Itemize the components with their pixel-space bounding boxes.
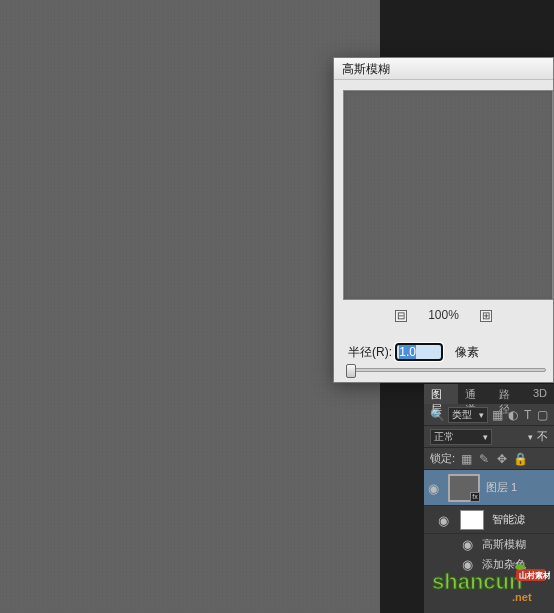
canvas-workspace[interactable] — [0, 0, 380, 613]
layer-name[interactable]: 图层 1 — [486, 480, 517, 495]
lock-transparent-icon[interactable]: ▦ — [459, 452, 473, 466]
filter-text-icon[interactable]: T — [522, 408, 533, 422]
visibility-toggle-icon[interactable]: ◉ — [438, 513, 452, 527]
chevron-down-icon: ▾ — [479, 410, 484, 420]
zoom-controls: ⊟ 100% ⊞ — [334, 308, 553, 322]
blend-mode-dropdown[interactable]: 正常 ▾ — [430, 429, 492, 445]
lock-paint-icon[interactable]: ✎ — [477, 452, 491, 466]
blend-mode-label: 正常 — [434, 430, 454, 444]
layer-row-layer1[interactable]: ◉ fx 图层 1 — [424, 470, 554, 506]
lock-row: 锁定: ▦ ✎ ✥ 🔒 — [424, 448, 554, 470]
zoom-in-button[interactable]: ⊞ — [480, 310, 492, 322]
tab-3d[interactable]: 3D — [526, 384, 554, 404]
search-icon: 🔍 — [430, 408, 444, 422]
filter-type-row: 🔍 类型 ▾ ▦ ◐ T ▢ — [424, 404, 554, 426]
smart-filters-label: 智能滤 — [492, 512, 525, 527]
tab-layers[interactable]: 图层 — [424, 384, 458, 404]
lock-label: 锁定: — [430, 451, 455, 466]
visibility-toggle-icon[interactable]: ◉ — [428, 481, 442, 495]
radius-label: 半径(R): — [348, 345, 392, 359]
filter-adjust-icon[interactable]: ◐ — [507, 408, 518, 422]
watermark-suffix: .net — [512, 591, 532, 603]
panel-tabs: 图层 通道 路径 3D — [424, 384, 554, 404]
chevron-down-icon: ▾ — [528, 432, 533, 442]
effect-row-gaussian[interactable]: ◉ 高斯模糊 — [424, 534, 554, 554]
watermark: shancun .net 山村素材 — [430, 563, 550, 609]
lock-all-icon[interactable]: 🔒 — [513, 452, 527, 466]
dialog-title[interactable]: 高斯模糊 — [334, 58, 553, 80]
radius-unit: 像素 — [455, 345, 479, 359]
zoom-level-label: 100% — [428, 308, 459, 322]
radius-row: 半径(R): 像素 — [334, 343, 553, 361]
filter-preview[interactable] — [343, 90, 553, 300]
visibility-toggle-icon[interactable]: ◉ — [462, 537, 476, 551]
effect-gaussian-label: 高斯模糊 — [482, 537, 526, 552]
smart-filters-row[interactable]: ◉ 智能滤 — [424, 506, 554, 534]
layer-thumbnail[interactable]: fx — [448, 474, 480, 502]
tab-paths[interactable]: 路径 — [492, 384, 526, 404]
layer-list: ◉ fx 图层 1 ◉ 智能滤 ◉ 高斯模糊 ◉ 添加杂色 — [424, 470, 554, 574]
watermark-tag: 山村素材 — [519, 571, 550, 580]
lock-position-icon[interactable]: ✥ — [495, 452, 509, 466]
blend-row: 正常 ▾ ▾ 不 — [424, 426, 554, 448]
chevron-down-icon: ▾ — [483, 432, 488, 442]
radius-slider-track[interactable] — [346, 368, 546, 372]
filter-mask-thumbnail[interactable] — [460, 510, 484, 530]
filter-pixel-icon[interactable]: ▦ — [492, 408, 503, 422]
watermark-brand: shancun — [432, 569, 522, 594]
gaussian-blur-dialog: 高斯模糊 ⊟ 100% ⊞ 半径(R): 像素 — [333, 57, 554, 383]
radius-slider-thumb[interactable] — [346, 364, 356, 378]
opacity-label: 不 — [537, 429, 548, 444]
zoom-out-button[interactable]: ⊟ — [395, 310, 407, 322]
radius-input[interactable] — [395, 343, 443, 361]
kind-dropdown[interactable]: 类型 ▾ — [448, 407, 488, 423]
kind-label: 类型 — [452, 408, 472, 422]
svg-point-1 — [515, 564, 525, 570]
tab-channels[interactable]: 通道 — [458, 384, 492, 404]
smart-object-badge-icon: fx — [470, 492, 480, 502]
filter-shape-icon[interactable]: ▢ — [537, 408, 548, 422]
